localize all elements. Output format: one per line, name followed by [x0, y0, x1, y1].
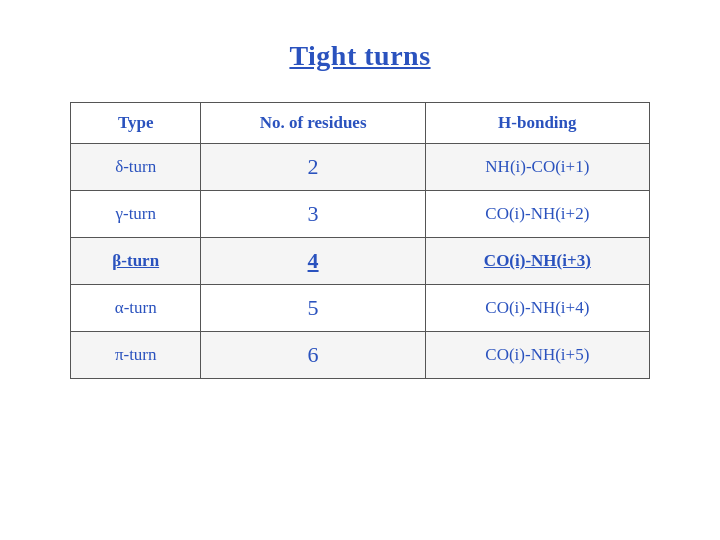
cell-residues: 5: [201, 285, 425, 332]
col-header-hbonding: H-bonding: [425, 103, 649, 144]
table-row: δ-turn2NH(i)-CO(i+1): [71, 144, 650, 191]
cell-residues: 2: [201, 144, 425, 191]
table-row: α-turn5CO(i)-NH(i+4): [71, 285, 650, 332]
col-header-residues: No. of residues: [201, 103, 425, 144]
tight-turns-table: Type No. of residues H-bonding δ-turn2NH…: [70, 102, 650, 379]
cell-hbonding: CO(i)-NH(i+2): [425, 191, 649, 238]
cell-residues: 4: [201, 238, 425, 285]
cell-residues: 3: [201, 191, 425, 238]
cell-hbonding: NH(i)-CO(i+1): [425, 144, 649, 191]
cell-type: β-turn: [71, 238, 201, 285]
page-title: Tight turns: [289, 40, 430, 72]
cell-residues: 6: [201, 332, 425, 379]
table-header-row: Type No. of residues H-bonding: [71, 103, 650, 144]
cell-type: α-turn: [71, 285, 201, 332]
table-row: β-turn4CO(i)-NH(i+3): [71, 238, 650, 285]
table-row: π-turn6CO(i)-NH(i+5): [71, 332, 650, 379]
cell-hbonding: CO(i)-NH(i+4): [425, 285, 649, 332]
cell-type: δ-turn: [71, 144, 201, 191]
cell-type: π-turn: [71, 332, 201, 379]
col-header-type: Type: [71, 103, 201, 144]
table-row: γ-turn3CO(i)-NH(i+2): [71, 191, 650, 238]
cell-hbonding: CO(i)-NH(i+3): [425, 238, 649, 285]
cell-type: γ-turn: [71, 191, 201, 238]
cell-hbonding: CO(i)-NH(i+5): [425, 332, 649, 379]
